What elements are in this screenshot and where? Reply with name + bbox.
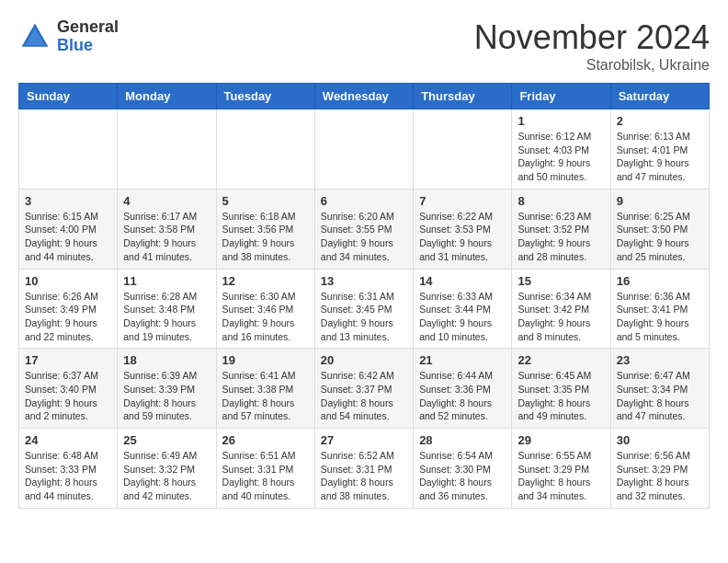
calendar-cell (314, 109, 413, 190)
day-number: 5 (222, 194, 309, 208)
day-number: 7 (419, 194, 506, 208)
day-number: 22 (518, 353, 604, 367)
day-number: 13 (321, 274, 407, 288)
calendar-cell: 9Sunrise: 6:25 AM Sunset: 3:50 PM Daylig… (610, 189, 709, 269)
calendar-cell: 29Sunrise: 6:55 AM Sunset: 3:29 PM Dayli… (512, 429, 610, 509)
day-number: 15 (518, 274, 604, 288)
day-info: Sunrise: 6:48 AM Sunset: 3:33 PM Dayligh… (25, 449, 111, 503)
day-number: 27 (321, 433, 407, 447)
day-info: Sunrise: 6:42 AM Sunset: 3:37 PM Dayligh… (321, 369, 407, 423)
day-info: Sunrise: 6:17 AM Sunset: 3:58 PM Dayligh… (123, 210, 210, 264)
calendar-cell: 10Sunrise: 6:26 AM Sunset: 3:49 PM Dayli… (19, 269, 118, 349)
day-info: Sunrise: 6:41 AM Sunset: 3:38 PM Dayligh… (222, 369, 309, 423)
day-info: Sunrise: 6:25 AM Sunset: 3:50 PM Dayligh… (617, 210, 703, 264)
calendar-cell: 23Sunrise: 6:47 AM Sunset: 3:34 PM Dayli… (610, 349, 709, 429)
day-number: 6 (321, 194, 407, 208)
calendar: SundayMondayTuesdayWednesdayThursdayFrid… (18, 83, 710, 509)
calendar-week-2: 3Sunrise: 6:15 AM Sunset: 4:00 PM Daylig… (19, 189, 710, 269)
day-info: Sunrise: 6:52 AM Sunset: 3:31 PM Dayligh… (321, 449, 407, 503)
calendar-week-4: 17Sunrise: 6:37 AM Sunset: 3:40 PM Dayli… (19, 349, 710, 429)
day-info: Sunrise: 6:26 AM Sunset: 3:49 PM Dayligh… (25, 290, 111, 344)
calendar-week-1: 1Sunrise: 6:12 AM Sunset: 4:03 PM Daylig… (19, 109, 710, 190)
logo: General Blue (18, 18, 119, 55)
day-number: 24 (25, 433, 111, 447)
day-info: Sunrise: 6:20 AM Sunset: 3:55 PM Dayligh… (321, 210, 407, 264)
calendar-cell: 25Sunrise: 6:49 AM Sunset: 3:32 PM Dayli… (118, 429, 216, 509)
calendar-cell: 30Sunrise: 6:56 AM Sunset: 3:29 PM Dayli… (610, 429, 709, 509)
day-info: Sunrise: 6:22 AM Sunset: 3:53 PM Dayligh… (419, 210, 506, 264)
day-info: Sunrise: 6:34 AM Sunset: 3:42 PM Dayligh… (518, 290, 604, 344)
day-info: Sunrise: 6:36 AM Sunset: 3:41 PM Dayligh… (617, 290, 703, 344)
calendar-week-5: 24Sunrise: 6:48 AM Sunset: 3:33 PM Dayli… (19, 429, 710, 509)
day-number: 25 (123, 433, 210, 447)
calendar-cell: 18Sunrise: 6:39 AM Sunset: 3:39 PM Dayli… (118, 349, 216, 429)
calendar-cell: 3Sunrise: 6:15 AM Sunset: 4:00 PM Daylig… (19, 189, 118, 269)
calendar-cell: 1Sunrise: 6:12 AM Sunset: 4:03 PM Daylig… (512, 109, 610, 190)
logo-blue: Blue (57, 37, 119, 55)
calendar-cell (19, 109, 118, 190)
day-number: 21 (419, 353, 506, 367)
day-number: 14 (419, 274, 506, 288)
column-header-saturday: Saturday (610, 84, 709, 109)
day-info: Sunrise: 6:55 AM Sunset: 3:29 PM Dayligh… (518, 449, 604, 503)
day-info: Sunrise: 6:15 AM Sunset: 4:00 PM Dayligh… (25, 210, 111, 264)
day-info: Sunrise: 6:44 AM Sunset: 3:36 PM Dayligh… (419, 369, 506, 423)
column-header-wednesday: Wednesday (314, 84, 413, 109)
day-number: 11 (123, 274, 210, 288)
day-info: Sunrise: 6:39 AM Sunset: 3:39 PM Dayligh… (123, 369, 210, 423)
calendar-cell: 22Sunrise: 6:45 AM Sunset: 3:35 PM Dayli… (512, 349, 610, 429)
calendar-cell (216, 109, 314, 190)
day-info: Sunrise: 6:49 AM Sunset: 3:32 PM Dayligh… (123, 449, 210, 503)
logo-icon (18, 20, 51, 53)
calendar-week-3: 10Sunrise: 6:26 AM Sunset: 3:49 PM Dayli… (19, 269, 710, 349)
calendar-cell: 28Sunrise: 6:54 AM Sunset: 3:30 PM Dayli… (414, 429, 512, 509)
calendar-cell: 4Sunrise: 6:17 AM Sunset: 3:58 PM Daylig… (118, 189, 216, 269)
day-number: 9 (617, 194, 703, 208)
day-info: Sunrise: 6:45 AM Sunset: 3:35 PM Dayligh… (518, 369, 604, 423)
calendar-cell: 12Sunrise: 6:30 AM Sunset: 3:46 PM Dayli… (216, 269, 314, 349)
day-number: 16 (617, 274, 703, 288)
day-info: Sunrise: 6:28 AM Sunset: 3:48 PM Dayligh… (123, 290, 210, 344)
day-number: 17 (25, 353, 111, 367)
calendar-cell (118, 109, 216, 190)
day-number: 29 (518, 433, 604, 447)
column-header-sunday: Sunday (19, 84, 118, 109)
day-info: Sunrise: 6:37 AM Sunset: 3:40 PM Dayligh… (25, 369, 111, 423)
day-info: Sunrise: 6:13 AM Sunset: 4:01 PM Dayligh… (617, 130, 703, 184)
logo-general: General (57, 18, 119, 37)
title-block: November 2024 Starobilsk, Ukraine (474, 18, 710, 74)
calendar-cell: 21Sunrise: 6:44 AM Sunset: 3:36 PM Dayli… (414, 349, 512, 429)
calendar-cell: 20Sunrise: 6:42 AM Sunset: 3:37 PM Dayli… (314, 349, 413, 429)
day-info: Sunrise: 6:31 AM Sunset: 3:45 PM Dayligh… (321, 290, 407, 344)
page-header: General Blue November 2024 Starobilsk, U… (18, 18, 710, 74)
calendar-cell: 14Sunrise: 6:33 AM Sunset: 3:44 PM Dayli… (414, 269, 512, 349)
day-number: 19 (222, 353, 309, 367)
day-info: Sunrise: 6:30 AM Sunset: 3:46 PM Dayligh… (222, 290, 309, 344)
calendar-cell: 24Sunrise: 6:48 AM Sunset: 3:33 PM Dayli… (19, 429, 118, 509)
calendar-cell: 7Sunrise: 6:22 AM Sunset: 3:53 PM Daylig… (414, 189, 512, 269)
column-header-thursday: Thursday (414, 84, 512, 109)
calendar-cell: 6Sunrise: 6:20 AM Sunset: 3:55 PM Daylig… (314, 189, 413, 269)
day-number: 8 (518, 194, 604, 208)
calendar-header-row: SundayMondayTuesdayWednesdayThursdayFrid… (19, 84, 710, 109)
day-number: 1 (518, 114, 604, 128)
logo-text: General Blue (57, 18, 119, 55)
day-number: 23 (617, 353, 703, 367)
calendar-cell: 26Sunrise: 6:51 AM Sunset: 3:31 PM Dayli… (216, 429, 314, 509)
day-number: 30 (617, 433, 703, 447)
calendar-cell: 27Sunrise: 6:52 AM Sunset: 3:31 PM Dayli… (314, 429, 413, 509)
calendar-cell: 5Sunrise: 6:18 AM Sunset: 3:56 PM Daylig… (216, 189, 314, 269)
month-title: November 2024 (474, 18, 710, 57)
day-info: Sunrise: 6:23 AM Sunset: 3:52 PM Dayligh… (518, 210, 604, 264)
day-info: Sunrise: 6:51 AM Sunset: 3:31 PM Dayligh… (222, 449, 309, 503)
calendar-cell: 15Sunrise: 6:34 AM Sunset: 3:42 PM Dayli… (512, 269, 610, 349)
column-header-friday: Friday (512, 84, 610, 109)
column-header-monday: Monday (118, 84, 216, 109)
day-number: 3 (25, 194, 111, 208)
day-info: Sunrise: 6:56 AM Sunset: 3:29 PM Dayligh… (617, 449, 703, 503)
calendar-cell (414, 109, 512, 190)
day-number: 12 (222, 274, 309, 288)
column-header-tuesday: Tuesday (216, 84, 314, 109)
calendar-cell: 19Sunrise: 6:41 AM Sunset: 3:38 PM Dayli… (216, 349, 314, 429)
calendar-cell: 16Sunrise: 6:36 AM Sunset: 3:41 PM Dayli… (610, 269, 709, 349)
